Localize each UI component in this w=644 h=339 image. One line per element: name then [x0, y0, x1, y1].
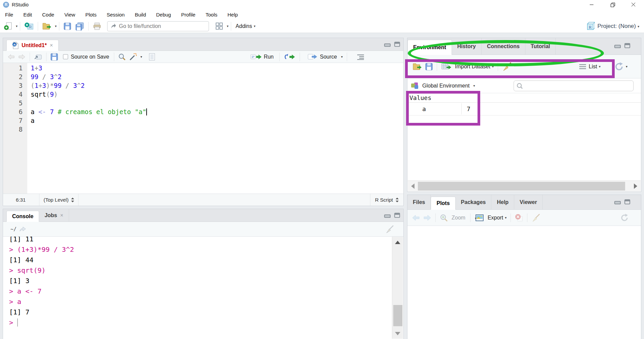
goto-file-function-input[interactable] — [119, 23, 200, 29]
console-vscrollbar[interactable] — [392, 237, 403, 339]
import-dataset-button[interactable] — [439, 55, 453, 78]
minimize-pane-icon[interactable] — [614, 199, 621, 205]
refresh-plots-button[interactable] — [618, 210, 631, 226]
import-dataset-label[interactable]: Import Dataset — [455, 64, 490, 70]
tab-jobs[interactable]: Jobs × — [39, 209, 69, 222]
code-line[interactable]: 99 / 3^2 — [31, 72, 403, 81]
scrollbar-thumb[interactable] — [418, 182, 625, 191]
source-on-save-checkbox[interactable] — [63, 54, 68, 59]
import-dataset-dropdown[interactable]: ▾ — [492, 65, 494, 68]
tab-close-icon[interactable]: × — [50, 42, 53, 48]
maximize-pane-icon[interactable] — [624, 43, 631, 48]
list-view-button[interactable]: List — [589, 64, 597, 70]
maximize-pane-icon[interactable] — [394, 212, 401, 218]
window-restore-button[interactable] — [602, 0, 623, 9]
rerun-button[interactable] — [284, 54, 296, 60]
addins-dropdown[interactable]: ▾ — [254, 24, 255, 28]
new-file-dropdown[interactable]: ▾ — [16, 24, 18, 28]
console-output[interactable]: [1] 11> (1+3)*99 / 3^2[1] 44> sqrt(9)[1]… — [3, 237, 392, 339]
save-all-button[interactable] — [73, 20, 86, 33]
run-button[interactable]: Run — [264, 54, 274, 60]
list-view-dropdown[interactable]: ▾ — [599, 65, 601, 68]
menu-file[interactable]: File — [0, 9, 18, 20]
code-line[interactable] — [31, 99, 403, 107]
refresh-icon[interactable] — [614, 62, 624, 72]
code-line[interactable]: a — [31, 116, 403, 125]
clear-plots-button[interactable] — [530, 210, 542, 226]
panes-dropdown[interactable]: ▾ — [227, 24, 228, 28]
tab-files[interactable]: Files — [407, 195, 431, 209]
previous-plot-button[interactable] — [410, 210, 422, 226]
menu-session[interactable]: Session — [102, 9, 130, 20]
code-editor[interactable]: 12345678 1+399 / 3^2(1+3)*99 / 3^2sqrt(9… — [3, 63, 403, 194]
code-tools-dropdown[interactable]: ▾ — [141, 55, 142, 59]
document-outline-button[interactable] — [356, 54, 365, 60]
menu-build[interactable]: Build — [130, 9, 151, 20]
environment-search-input[interactable] — [525, 83, 631, 89]
workspace-panes-button[interactable] — [214, 20, 225, 33]
new-project-button[interactable]: R — [23, 20, 35, 33]
environment-scope-dropdown[interactable]: ▾ — [473, 84, 475, 88]
window-close-button[interactable] — [623, 0, 644, 9]
tab-viewer[interactable]: Viewer — [514, 195, 543, 209]
scroll-right-arrow-icon[interactable] — [634, 183, 637, 189]
maximize-pane-icon[interactable] — [394, 41, 401, 47]
tab-untitled1[interactable]: R Untitled1* × — [6, 40, 59, 51]
source-dropdown[interactable]: ▾ — [341, 55, 343, 59]
minimize-pane-icon[interactable] — [384, 213, 391, 218]
minimize-pane-icon[interactable] — [614, 43, 621, 48]
scrollbar-thumb[interactable] — [393, 305, 402, 326]
load-workspace-button[interactable] — [411, 55, 424, 78]
tab-packages[interactable]: Packages — [456, 195, 492, 209]
code-line[interactable]: a <- 7 # creamos el objeto "a" — [31, 107, 403, 116]
scroll-left-arrow-icon[interactable] — [411, 183, 415, 189]
menu-debug[interactable]: Debug — [151, 9, 176, 20]
save-workspace-button[interactable] — [424, 55, 434, 78]
save-button[interactable] — [62, 20, 73, 33]
menu-plots[interactable]: Plots — [80, 9, 101, 20]
tab-console[interactable]: Console — [6, 211, 39, 222]
tab-help[interactable]: Help — [491, 195, 514, 209]
menu-tools[interactable]: Tools — [201, 9, 222, 20]
remove-plot-button[interactable] — [513, 210, 525, 226]
print-button[interactable] — [91, 20, 103, 33]
minimize-pane-icon[interactable] — [384, 42, 391, 47]
export-dropdown[interactable]: ▾ — [505, 216, 507, 219]
code-line[interactable]: sqrt(9) — [31, 90, 403, 99]
goto-file-function-box[interactable] — [107, 21, 209, 31]
tab-environment[interactable]: Environment — [407, 40, 452, 55]
window-minimize-button[interactable] — [581, 0, 602, 9]
next-plot-button[interactable] — [422, 210, 433, 226]
scope-selector[interactable]: (Top Level) — [39, 194, 79, 206]
forward-button[interactable] — [17, 51, 27, 63]
environment-object-row[interactable]: a7 — [407, 103, 641, 115]
editor-code[interactable]: 1+399 / 3^2(1+3)*99 / 3^2sqrt(9)a <- 7 #… — [27, 63, 403, 194]
scroll-down-arrow-icon[interactable] — [395, 332, 400, 335]
menu-edit[interactable]: Edit — [18, 9, 37, 20]
find-replace-button[interactable] — [117, 51, 127, 63]
tab-connections[interactable]: Connections — [482, 38, 525, 55]
open-file-button[interactable] — [40, 20, 53, 33]
clear-environment-button[interactable] — [500, 55, 513, 78]
export-plot-button[interactable] — [473, 210, 486, 226]
maximize-pane-icon[interactable] — [624, 199, 631, 205]
compile-report-button[interactable] — [147, 51, 157, 63]
new-file-button[interactable] — [2, 20, 14, 33]
show-in-new-window-button[interactable] — [32, 51, 44, 63]
back-button[interactable] — [6, 51, 17, 63]
environment-search-box[interactable] — [514, 80, 634, 91]
menu-help[interactable]: Help — [222, 9, 243, 20]
tab-plots[interactable]: Plots — [431, 197, 455, 210]
project-dropdown[interactable]: ▾ — [638, 25, 639, 28]
tab-close-icon[interactable]: × — [60, 212, 63, 218]
refresh-dropdown[interactable]: ▾ — [626, 65, 627, 68]
tab-tutorial[interactable]: Tutorial — [525, 38, 556, 55]
open-file-dropdown[interactable]: ▾ — [55, 24, 57, 28]
environment-hscrollbar[interactable] — [408, 180, 641, 191]
save-source-button[interactable] — [49, 51, 60, 63]
code-tools-button[interactable] — [127, 51, 139, 63]
export-plot-label[interactable]: Export — [488, 215, 503, 221]
goto-directory-icon[interactable] — [19, 227, 27, 232]
menu-profile[interactable]: Profile — [176, 9, 201, 20]
code-line[interactable]: 1+3 — [31, 64, 403, 72]
